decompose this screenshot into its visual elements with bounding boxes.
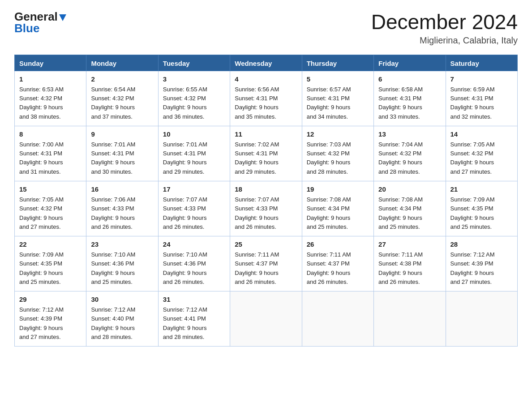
- day-number: 8: [19, 129, 82, 140]
- day-number: 17: [163, 184, 225, 195]
- calendar-cell: 9 Sunrise: 7:01 AM Sunset: 4:31 PM Dayli…: [86, 126, 158, 181]
- col-header-thursday: Thursday: [302, 55, 373, 71]
- page-header: General Blue December 2024 Miglierina, C…: [14, 11, 518, 46]
- logo-arrow-icon: [59, 14, 66, 21]
- logo: General Blue: [14, 11, 66, 34]
- day-number: 16: [91, 184, 153, 195]
- calendar-cell: [446, 291, 517, 346]
- day-number: 1: [19, 74, 82, 85]
- calendar-cell: 15 Sunrise: 7:05 AM Sunset: 4:32 PM Dayl…: [15, 181, 86, 236]
- calendar-cell: 22 Sunrise: 7:09 AM Sunset: 4:35 PM Dayl…: [15, 236, 86, 291]
- logo-blue-text: Blue: [14, 22, 39, 34]
- day-info: Sunrise: 6:58 AM Sunset: 4:31 PM Dayligh…: [378, 85, 441, 121]
- calendar-cell: 18 Sunrise: 7:07 AM Sunset: 4:33 PM Dayl…: [230, 181, 302, 236]
- day-info: Sunrise: 7:09 AM Sunset: 4:35 PM Dayligh…: [450, 195, 513, 231]
- calendar-cell: 3 Sunrise: 6:55 AM Sunset: 4:32 PM Dayli…: [158, 71, 230, 126]
- calendar-cell: 16 Sunrise: 7:06 AM Sunset: 4:33 PM Dayl…: [86, 181, 158, 236]
- day-info: Sunrise: 7:10 AM Sunset: 4:36 PM Dayligh…: [91, 250, 153, 287]
- logo-general-text: General: [14, 11, 58, 22]
- day-info: Sunrise: 7:08 AM Sunset: 4:34 PM Dayligh…: [378, 195, 441, 231]
- day-info: Sunrise: 7:01 AM Sunset: 4:31 PM Dayligh…: [163, 140, 225, 176]
- calendar-week-row: 15 Sunrise: 7:05 AM Sunset: 4:32 PM Dayl…: [15, 181, 518, 236]
- day-info: Sunrise: 7:02 AM Sunset: 4:31 PM Dayligh…: [235, 140, 297, 176]
- day-number: 11: [235, 129, 297, 140]
- day-info: Sunrise: 7:08 AM Sunset: 4:34 PM Dayligh…: [307, 195, 369, 231]
- day-info: Sunrise: 6:55 AM Sunset: 4:32 PM Dayligh…: [163, 85, 225, 121]
- day-number: 30: [91, 295, 153, 305]
- day-info: Sunrise: 7:07 AM Sunset: 4:33 PM Dayligh…: [163, 195, 225, 231]
- col-header-friday: Friday: [374, 55, 446, 71]
- day-number: 22: [19, 240, 82, 250]
- page-title: December 2024: [371, 11, 518, 34]
- day-number: 18: [235, 184, 297, 195]
- day-number: 2: [91, 74, 153, 85]
- col-header-wednesday: Wednesday: [230, 55, 302, 71]
- calendar-cell: 24 Sunrise: 7:10 AM Sunset: 4:36 PM Dayl…: [158, 236, 230, 291]
- day-number: 31: [163, 295, 225, 305]
- calendar-cell: 31 Sunrise: 7:12 AM Sunset: 4:41 PM Dayl…: [158, 291, 230, 346]
- col-header-tuesday: Tuesday: [158, 55, 230, 71]
- day-info: Sunrise: 7:06 AM Sunset: 4:33 PM Dayligh…: [91, 195, 153, 231]
- calendar-cell: 14 Sunrise: 7:05 AM Sunset: 4:32 PM Dayl…: [446, 126, 517, 181]
- calendar-cell: 20 Sunrise: 7:08 AM Sunset: 4:34 PM Dayl…: [374, 181, 446, 236]
- day-info: Sunrise: 7:11 AM Sunset: 4:38 PM Dayligh…: [378, 250, 441, 287]
- calendar-cell: 11 Sunrise: 7:02 AM Sunset: 4:31 PM Dayl…: [230, 126, 302, 181]
- calendar-cell: 17 Sunrise: 7:07 AM Sunset: 4:33 PM Dayl…: [158, 181, 230, 236]
- day-info: Sunrise: 6:54 AM Sunset: 4:32 PM Dayligh…: [91, 85, 153, 121]
- day-number: 27: [378, 240, 441, 250]
- title-block: December 2024 Miglierina, Calabria, Ital…: [371, 11, 518, 46]
- day-number: 9: [91, 129, 153, 140]
- calendar-cell: 28 Sunrise: 7:12 AM Sunset: 4:39 PM Dayl…: [446, 236, 517, 291]
- col-header-saturday: Saturday: [446, 55, 517, 71]
- day-number: 5: [307, 74, 369, 85]
- day-info: Sunrise: 7:04 AM Sunset: 4:32 PM Dayligh…: [378, 140, 441, 176]
- calendar-cell: [302, 291, 373, 346]
- day-info: Sunrise: 7:09 AM Sunset: 4:35 PM Dayligh…: [19, 250, 82, 287]
- day-number: 13: [378, 129, 441, 140]
- calendar-cell: 2 Sunrise: 6:54 AM Sunset: 4:32 PM Dayli…: [86, 71, 158, 126]
- day-info: Sunrise: 6:56 AM Sunset: 4:31 PM Dayligh…: [235, 85, 297, 121]
- day-number: 14: [450, 129, 513, 140]
- calendar-header-row: SundayMondayTuesdayWednesdayThursdayFrid…: [15, 55, 518, 71]
- day-info: Sunrise: 7:01 AM Sunset: 4:31 PM Dayligh…: [91, 140, 153, 176]
- col-header-monday: Monday: [86, 55, 158, 71]
- day-number: 3: [163, 74, 225, 85]
- day-info: Sunrise: 7:00 AM Sunset: 4:31 PM Dayligh…: [19, 140, 82, 176]
- day-info: Sunrise: 7:05 AM Sunset: 4:32 PM Dayligh…: [450, 140, 513, 176]
- day-number: 7: [450, 74, 513, 85]
- calendar-cell: 8 Sunrise: 7:00 AM Sunset: 4:31 PM Dayli…: [15, 126, 86, 181]
- calendar-cell: 13 Sunrise: 7:04 AM Sunset: 4:32 PM Dayl…: [374, 126, 446, 181]
- calendar-cell: [230, 291, 302, 346]
- day-info: Sunrise: 6:57 AM Sunset: 4:31 PM Dayligh…: [307, 85, 369, 121]
- calendar-cell: 4 Sunrise: 6:56 AM Sunset: 4:31 PM Dayli…: [230, 71, 302, 126]
- day-number: 28: [450, 240, 513, 250]
- day-number: 15: [19, 184, 82, 195]
- day-info: Sunrise: 7:05 AM Sunset: 4:32 PM Dayligh…: [19, 195, 82, 231]
- day-number: 10: [163, 129, 225, 140]
- day-number: 12: [307, 129, 369, 140]
- day-info: Sunrise: 6:53 AM Sunset: 4:32 PM Dayligh…: [19, 85, 82, 121]
- calendar-cell: 29 Sunrise: 7:12 AM Sunset: 4:39 PM Dayl…: [15, 291, 86, 346]
- day-number: 26: [307, 240, 369, 250]
- day-info: Sunrise: 7:03 AM Sunset: 4:32 PM Dayligh…: [307, 140, 369, 176]
- day-info: Sunrise: 7:12 AM Sunset: 4:41 PM Dayligh…: [163, 305, 225, 342]
- day-info: Sunrise: 7:11 AM Sunset: 4:37 PM Dayligh…: [235, 250, 297, 287]
- calendar-cell: 26 Sunrise: 7:11 AM Sunset: 4:37 PM Dayl…: [302, 236, 373, 291]
- calendar-week-row: 8 Sunrise: 7:00 AM Sunset: 4:31 PM Dayli…: [15, 126, 518, 181]
- calendar-table: SundayMondayTuesdayWednesdayThursdayFrid…: [14, 55, 518, 347]
- day-number: 23: [91, 240, 153, 250]
- day-number: 4: [235, 74, 297, 85]
- day-info: Sunrise: 7:10 AM Sunset: 4:36 PM Dayligh…: [163, 250, 225, 287]
- day-info: Sunrise: 7:11 AM Sunset: 4:37 PM Dayligh…: [307, 250, 369, 287]
- day-info: Sunrise: 6:59 AM Sunset: 4:31 PM Dayligh…: [450, 85, 513, 121]
- calendar-cell: [374, 291, 446, 346]
- calendar-cell: 21 Sunrise: 7:09 AM Sunset: 4:35 PM Dayl…: [446, 181, 517, 236]
- calendar-week-row: 22 Sunrise: 7:09 AM Sunset: 4:35 PM Dayl…: [15, 236, 518, 291]
- calendar-cell: 23 Sunrise: 7:10 AM Sunset: 4:36 PM Dayl…: [86, 236, 158, 291]
- calendar-week-row: 29 Sunrise: 7:12 AM Sunset: 4:39 PM Dayl…: [15, 291, 518, 346]
- calendar-cell: 27 Sunrise: 7:11 AM Sunset: 4:38 PM Dayl…: [374, 236, 446, 291]
- day-info: Sunrise: 7:12 AM Sunset: 4:39 PM Dayligh…: [19, 305, 82, 342]
- calendar-cell: 6 Sunrise: 6:58 AM Sunset: 4:31 PM Dayli…: [374, 71, 446, 126]
- day-number: 20: [378, 184, 441, 195]
- col-header-sunday: Sunday: [15, 55, 86, 71]
